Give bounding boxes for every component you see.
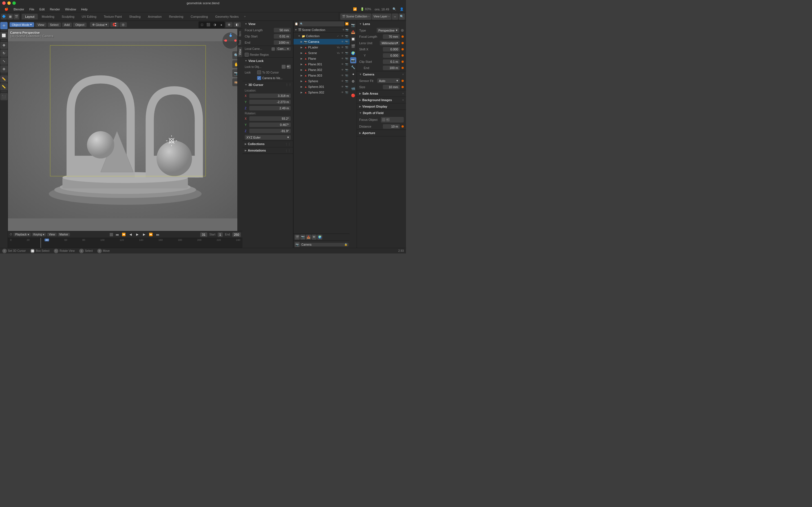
maximize-button[interactable]	[12, 1, 16, 5]
tab-layout[interactable]: Layout	[22, 14, 38, 19]
prev-frame-btn[interactable]: ⏪	[121, 232, 126, 237]
tab-texture-paint[interactable]: Texture Paint	[100, 14, 125, 19]
lens-type-dropdown[interactable]: Perspective ▾	[377, 28, 399, 33]
menu-help[interactable]: Help	[79, 7, 90, 11]
tree-plane003[interactable]: ▶ 🔺 Plane.003 👁 📷	[294, 73, 350, 78]
prop-scene-icon[interactable]: 🎬	[295, 235, 300, 240]
end-frame[interactable]: 250	[232, 232, 241, 237]
sc-vis[interactable]: 👁	[340, 51, 344, 55]
cam-clip-end-value[interactable]: 100 m	[383, 66, 400, 70]
start-frame[interactable]: 1	[218, 232, 223, 237]
safe-areas-list[interactable]: ≡	[402, 92, 404, 95]
layout-icon[interactable]: ▦	[7, 14, 13, 19]
dof-header[interactable]: ▼ Depth of Field	[357, 110, 406, 116]
expand-collection[interactable]: ▼	[297, 34, 301, 38]
pln-render[interactable]: 📷	[345, 57, 349, 61]
aperture-header[interactable]: ▶ Aperture	[357, 130, 406, 136]
scene-vis[interactable]: 👁	[342, 29, 345, 31]
camera-obj-icon[interactable]: 📷	[295, 242, 300, 247]
rendered-btn[interactable]: ●	[218, 22, 224, 28]
tab-compositing[interactable]: Compositing	[187, 14, 211, 19]
sensor-size-value[interactable]: 10 mm	[383, 85, 400, 89]
s1-render[interactable]: 📷	[345, 85, 349, 89]
solid-btn[interactable]: ⬛	[205, 22, 211, 28]
material-btn[interactable]: ◑	[212, 22, 218, 28]
select-menu-btn[interactable]: Select	[48, 22, 61, 27]
cam-view-check[interactable]: ✓	[257, 76, 261, 80]
outliner-icon[interactable]: 📋	[295, 22, 298, 25]
scale-tool[interactable]: ⤡	[0, 57, 8, 65]
play-btn[interactable]: ▶	[135, 232, 140, 237]
tab-uv-editing[interactable]: UV Editing	[79, 14, 100, 19]
vp-display-header[interactable]: ▶ Viewport Display	[357, 103, 406, 110]
dof-distance-value[interactable]: 10 m	[383, 124, 400, 129]
scene-icon[interactable]: 🎬	[13, 14, 19, 19]
tree-plane001[interactable]: ▶ 🔺 Plane.001 👁 📷	[294, 61, 350, 67]
s2-render[interactable]: 📷	[345, 91, 349, 94]
render-region-checkbox[interactable]: Render Region	[245, 53, 291, 57]
move-tool[interactable]: ✥	[0, 42, 8, 49]
menu-file[interactable]: File	[27, 7, 37, 11]
proportional-btn[interactable]: ◎	[119, 22, 127, 27]
next-keyframe-btn[interactable]: ▶	[141, 232, 147, 237]
lock-obj-picker[interactable]: ✏	[287, 65, 291, 69]
p3-render[interactable]: 📷	[345, 73, 349, 77]
lens-unit-dot[interactable]	[402, 42, 404, 44]
scene-render[interactable]: 📷	[345, 29, 349, 31]
object-data-prop-icon[interactable]: 📹	[350, 86, 356, 92]
cursor-header[interactable]: ▼ 3D Cursor ⋮⋮	[243, 81, 293, 89]
xray-btn[interactable]: ◧	[234, 22, 241, 27]
lens-type-dot[interactable]	[401, 29, 404, 32]
p2-vis[interactable]: 👁	[340, 68, 344, 72]
dof-dot[interactable]	[402, 125, 404, 128]
cursor-tool[interactable]: ✛	[0, 22, 8, 29]
tree-plane[interactable]: ▶ 🔺 Plane 👁 📷	[294, 56, 350, 61]
expand-plane[interactable]: ▶	[300, 57, 303, 60]
col-checkbox[interactable]: ✓	[336, 34, 340, 38]
tree-sphere002[interactable]: ▶ 🔺 Sphere.002 👁 📷	[294, 90, 350, 95]
pln-vis[interactable]: 👁	[340, 57, 344, 61]
p1-render[interactable]: 📷	[345, 62, 349, 66]
timeline-track[interactable]: 0 20 40 60 80 100 120 140 160 180 200	[8, 238, 243, 248]
col-vis[interactable]: 👁	[340, 34, 344, 38]
view-header[interactable]: ▼ View	[243, 21, 293, 27]
cursor-z-value[interactable]: 2.49 m	[249, 106, 291, 110]
size-dot[interactable]	[402, 86, 404, 88]
expand-scene[interactable]: ▶	[300, 51, 303, 55]
focus-obj-eyedrop[interactable]: ✏	[386, 118, 390, 121]
render-prop-icon[interactable]: 📷	[350, 22, 356, 28]
view-layer-selector[interactable]: View Layer ▾	[372, 13, 391, 20]
tree-camera[interactable]: ▶ 📷 Camera 👁 📷	[294, 39, 350, 45]
item-tab[interactable]: Item	[238, 29, 242, 38]
transform-tool[interactable]: ⊕	[0, 65, 8, 73]
focal-dot[interactable]	[402, 36, 404, 38]
annotate-tool[interactable]: ✏️	[0, 75, 8, 82]
cursor-ry-value[interactable]: 0.467°	[249, 122, 291, 127]
playback-btn[interactable]: Playback ▾	[13, 233, 31, 236]
outliner-search-box[interactable]: 🔍	[299, 21, 344, 26]
clip-start-value[interactable]: 0.01 m	[274, 34, 291, 39]
lens-header[interactable]: ▼ Lens	[357, 21, 406, 27]
shift-y-value[interactable]: 0.000	[383, 53, 400, 58]
view-menu-btn[interactable]: View	[35, 22, 47, 27]
apple-menu[interactable]: 🍎	[2, 7, 11, 11]
world-prop-icon[interactable]: 🌍	[350, 50, 356, 56]
tree-plane002[interactable]: ▶ 🔺 Plane.002 👁 📷	[294, 67, 350, 73]
focal-length-value[interactable]: 50 mm	[274, 28, 291, 33]
marker-btn[interactable]: Marker	[58, 233, 70, 236]
rotation-mode-dropdown[interactable]: XYZ Euler ▾	[245, 135, 291, 140]
snap-btn[interactable]: 🧲	[110, 22, 119, 27]
s2-vis[interactable]: 👁	[340, 91, 344, 94]
expand-sphere002[interactable]: ▶	[300, 91, 303, 94]
p3-vis[interactable]: 👁	[340, 73, 344, 77]
sync-icon[interactable]: ↔	[392, 13, 398, 20]
menu-render[interactable]: Render	[48, 7, 62, 11]
expand-camera[interactable]: ▶	[300, 40, 303, 43]
keying-btn[interactable]: Keying ▾	[32, 233, 46, 236]
prop-render-icon[interactable]: 📷	[300, 235, 305, 240]
close-cam-icon[interactable]: ✕	[287, 47, 289, 50]
tab-shading[interactable]: Shading	[126, 14, 144, 19]
filter-icon[interactable]: 🔍	[399, 13, 405, 20]
shift-x-dot[interactable]	[402, 48, 404, 50]
camera-header[interactable]: ▼ Camera ≡	[357, 71, 406, 77]
